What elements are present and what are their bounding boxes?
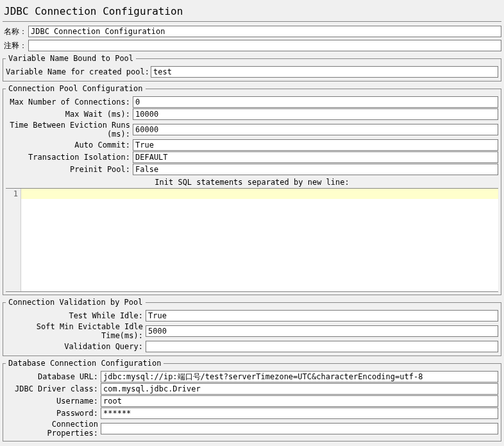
connection-properties-input[interactable] [101,423,498,434]
eviction-runs-label: Time Between Eviction Runs (ms): [6,121,133,139]
database-connection-legend: Database Connection Configuration [6,359,164,368]
validation-query-input[interactable] [146,341,498,352]
title-separator [3,21,501,22]
eviction-runs-input[interactable] [133,124,498,135]
password-label: Password: [6,409,101,418]
variable-name-legend: Variable Name Bound to Pool [6,54,136,63]
jdbc-driver-class-label: JDBC Driver class: [6,384,101,393]
init-sql-label: Init SQL statements separated by new lin… [6,178,498,187]
database-connection-section: Database Connection Configuration Databa… [3,359,501,442]
auto-commit-select[interactable] [133,139,498,151]
connection-properties-label: Connection Properties: [6,420,101,438]
max-wait-input[interactable] [133,108,498,120]
variable-name-label: Variable Name for created pool: [6,67,151,76]
init-sql-gutter: 1 [6,189,21,291]
comment-label: 注释： [3,40,28,51]
variable-name-input[interactable] [151,66,498,78]
password-input[interactable] [101,407,498,419]
preinit-pool-select[interactable] [133,164,498,175]
auto-commit-label: Auto Commit: [6,141,133,150]
connection-validation-section: Connection Validation by Pool Test While… [3,298,501,356]
test-while-idle-select[interactable] [146,310,498,322]
transaction-isolation-select[interactable] [133,151,498,163]
init-sql-current-line[interactable] [21,189,498,199]
name-label: 名称： [3,26,28,37]
max-connections-label: Max Number of Connections: [6,98,133,107]
validation-query-label: Validation Query: [6,342,146,351]
init-sql-editor[interactable]: 1 [6,188,498,292]
name-input[interactable] [28,26,501,37]
comment-input[interactable] [28,40,501,51]
connection-pool-legend: Connection Pool Configuration [6,84,146,93]
transaction-isolation-label: Transaction Isolation: [6,153,133,162]
max-connections-input[interactable] [133,96,498,108]
line-number-1: 1 [8,189,18,199]
max-wait-label: Max Wait (ms): [6,110,133,119]
username-label: Username: [6,397,101,406]
preinit-pool-label: Preinit Pool: [6,165,133,174]
test-while-idle-label: Test While Idle: [6,311,146,320]
username-input[interactable] [101,395,498,407]
soft-min-evictable-input[interactable] [146,325,498,337]
soft-min-evictable-label: Soft Min Evictable Idle Time(ms): [6,322,146,340]
jdbc-driver-class-input[interactable] [101,383,498,395]
config-panel: JDBC Connection Configuration 名称： 注释： Va… [0,0,504,446]
connection-pool-section: Connection Pool Configuration Max Number… [3,84,501,295]
page-title: JDBC Connection Configuration [3,1,501,19]
database-url-input[interactable] [101,371,498,382]
connection-validation-legend: Connection Validation by Pool [6,298,146,307]
init-sql-textarea[interactable] [21,189,498,291]
variable-name-section: Variable Name Bound to Pool Variable Nam… [3,54,501,81]
database-url-label: Database URL: [6,372,101,381]
